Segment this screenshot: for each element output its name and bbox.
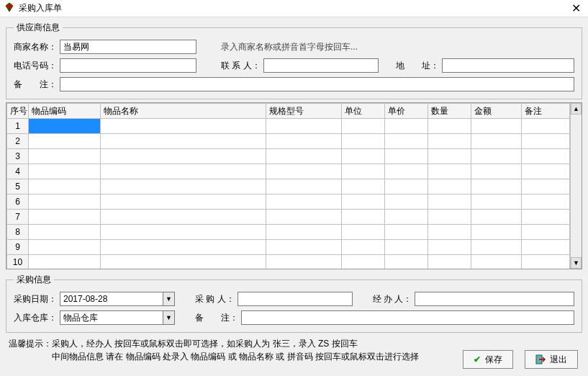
exit-button[interactable]: 退出 [525,350,578,369]
grid-cell[interactable] [471,179,522,194]
grid-cell[interactable] [428,210,471,225]
grid-cell[interactable] [385,134,428,149]
grid-cell[interactable] [266,149,342,164]
grid-cell[interactable] [29,255,101,269]
grid-cell[interactable] [29,179,101,194]
warehouse-combo[interactable]: 物品仓库 ▼ [60,310,175,325]
grid-cell[interactable] [385,225,428,240]
grid-cell[interactable] [522,210,570,225]
grid-cell[interactable] [29,194,101,210]
grid-cell[interactable] [385,164,428,179]
grid-cell[interactable] [29,210,101,225]
grid-cell[interactable] [342,164,385,179]
supplier-phone-input[interactable] [60,58,196,73]
grid-cell[interactable] [29,119,101,134]
table-row[interactable]: 9 [7,240,570,255]
buyer-input[interactable] [238,292,353,306]
table-row[interactable]: 7 [7,210,570,225]
supplier-remark-input[interactable] [60,77,574,91]
grid-cell[interactable] [522,179,570,194]
grid-cell[interactable] [266,225,342,240]
grid-cell[interactable] [471,134,522,149]
grid-cell[interactable] [342,149,385,164]
grid-cell[interactable] [471,240,522,255]
scroll-down-icon[interactable]: ▼ [571,257,582,269]
handler-input[interactable] [415,292,574,306]
grid-cell[interactable] [101,179,266,194]
grid-cell[interactable] [29,164,101,179]
grid-cell[interactable] [101,210,266,225]
grid-cell[interactable] [385,240,428,255]
table-row[interactable]: 6 [7,194,570,210]
grid-cell[interactable] [266,164,342,179]
grid-cell[interactable] [29,134,101,149]
grid-cell[interactable] [101,119,266,134]
purchase-remark-input[interactable] [241,310,574,325]
grid-cell[interactable] [266,194,342,210]
grid-cell[interactable] [522,134,570,149]
grid-cell[interactable] [522,164,570,179]
grid-cell[interactable] [101,240,266,255]
grid-cell[interactable] [266,240,342,255]
grid-cell[interactable] [29,240,101,255]
table-row[interactable]: 4 [7,164,570,179]
table-row[interactable]: 5 [7,179,570,194]
grid-cell[interactable] [266,255,342,269]
grid-cell[interactable] [428,240,471,255]
grid-cell[interactable] [428,225,471,240]
grid-cell[interactable] [342,240,385,255]
table-row[interactable]: 1 [7,119,570,134]
scroll-up-icon[interactable]: ▲ [571,103,582,115]
grid-cell[interactable] [266,134,342,149]
grid-cell[interactable] [428,179,471,194]
table-row[interactable]: 8 [7,225,570,240]
grid-cell[interactable] [471,149,522,164]
grid-cell[interactable] [101,149,266,164]
items-table[interactable]: 序号 物品编码 物品名称 规格型号 单位 单价 数量 金额 备注 1234567… [6,103,570,269]
grid-cell[interactable] [342,134,385,149]
grid-cell[interactable] [101,255,266,269]
grid-cell[interactable] [522,149,570,164]
grid-cell[interactable] [522,194,570,210]
grid-cell[interactable] [385,210,428,225]
table-row[interactable]: 10 [7,255,570,269]
table-row[interactable]: 3 [7,149,570,164]
chevron-down-icon[interactable]: ▼ [163,311,174,324]
grid-cell[interactable] [522,240,570,255]
grid-cell[interactable] [428,149,471,164]
grid-cell[interactable] [428,255,471,269]
save-button[interactable]: ✔ 保存 [463,350,513,369]
grid-cell[interactable] [342,119,385,134]
grid-cell[interactable] [428,164,471,179]
grid-cell[interactable] [266,210,342,225]
grid-cell[interactable] [428,119,471,134]
grid-cell[interactable] [385,194,428,210]
grid-cell[interactable] [471,119,522,134]
grid-cell[interactable] [342,225,385,240]
grid-cell[interactable] [522,119,570,134]
grid-cell[interactable] [471,255,522,269]
table-row[interactable]: 2 [7,134,570,149]
grid-cell[interactable] [385,149,428,164]
grid-cell[interactable] [385,119,428,134]
grid-cell[interactable] [522,255,570,269]
grid-cell[interactable] [342,194,385,210]
grid-cell[interactable] [101,164,266,179]
grid-cell[interactable] [428,134,471,149]
grid-scrollbar[interactable]: ▲ ▼ [570,103,582,269]
grid-cell[interactable] [266,179,342,194]
grid-cell[interactable] [101,194,266,210]
chevron-down-icon[interactable]: ▼ [163,292,174,305]
grid-cell[interactable] [101,134,266,149]
supplier-name-input[interactable] [60,40,196,54]
supplier-address-input[interactable] [442,58,574,73]
grid-cell[interactable] [101,225,266,240]
grid-cell[interactable] [342,179,385,194]
grid-cell[interactable] [471,164,522,179]
grid-cell[interactable] [471,194,522,210]
grid-cell[interactable] [471,225,522,240]
supplier-contact-input[interactable] [263,58,379,73]
grid-cell[interactable] [428,194,471,210]
close-button[interactable]: ✕ [569,1,584,15]
grid-cell[interactable] [385,255,428,269]
